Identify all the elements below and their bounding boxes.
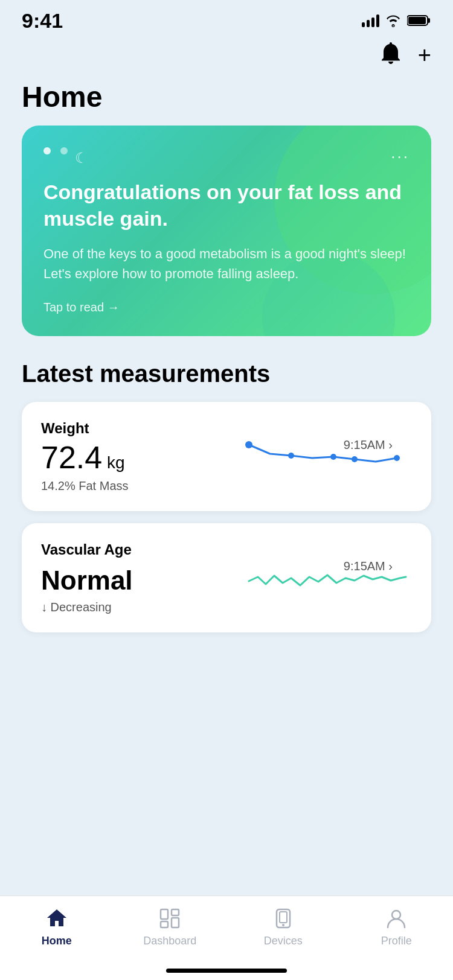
svg-point-15: [392, 911, 400, 919]
vascular-card[interactable]: Vascular Age Normal ↓ Decreasing 9:15AM …: [22, 523, 431, 632]
svg-rect-10: [172, 909, 179, 915]
weight-chart: [243, 433, 412, 481]
nav-devices[interactable]: Devices: [226, 907, 340, 947]
status-time: 9:41: [22, 9, 63, 33]
banner-card[interactable]: ☾ ··· Congratulations on your fat loss a…: [22, 126, 431, 336]
weight-sub: 14.2% Fat Mass: [41, 479, 243, 493]
weight-label: Weight: [41, 420, 243, 437]
banner-indicators: ☾: [43, 147, 410, 167]
measurements-section-title: Latest measurements: [0, 360, 453, 402]
page-title: Home: [0, 74, 453, 126]
svg-point-3: [245, 441, 252, 448]
devices-icon: [272, 907, 295, 930]
svg-rect-1: [428, 18, 430, 23]
nav-devices-label: Devices: [264, 935, 303, 947]
weight-info: Weight 72.4 kg 14.2% Fat Mass: [41, 420, 243, 493]
svg-point-7: [394, 455, 400, 461]
svg-rect-8: [161, 909, 168, 919]
banner-cta[interactable]: Tap to read →: [43, 301, 410, 314]
nav-home-label: Home: [42, 935, 72, 947]
nav-profile[interactable]: Profile: [340, 907, 454, 947]
notification-icon[interactable]: [381, 42, 401, 68]
weight-card[interactable]: Weight 72.4 kg 14.2% Fat Mass 9:15AM ›: [22, 402, 431, 511]
nav-dashboard[interactable]: Dashboard: [114, 907, 227, 947]
svg-rect-13: [280, 912, 287, 923]
signal-icon: [362, 14, 379, 27]
dashboard-icon: [158, 907, 181, 930]
vascular-chart: [243, 554, 412, 602]
home-icon: [45, 907, 68, 930]
wifi-icon: [385, 14, 401, 27]
banner-more-icon[interactable]: ···: [391, 147, 410, 166]
nav-home[interactable]: Home: [0, 907, 114, 947]
status-icons: [362, 14, 431, 27]
header-actions: +: [0, 36, 453, 74]
bottom-nav: Home Dashboard Devices Profile: [0, 896, 453, 980]
vascular-sub: ↓ Decreasing: [41, 600, 243, 614]
svg-rect-9: [161, 921, 168, 928]
vascular-value: Normal: [41, 563, 243, 594]
svg-point-5: [330, 454, 336, 460]
svg-point-14: [282, 924, 284, 926]
profile-icon: [385, 907, 408, 930]
svg-rect-2: [408, 17, 426, 24]
svg-point-4: [288, 453, 294, 459]
measurement-cards-container: Weight 72.4 kg 14.2% Fat Mass 9:15AM ›: [0, 402, 453, 632]
vascular-info: Vascular Age Normal ↓ Decreasing: [41, 541, 243, 614]
add-icon[interactable]: +: [418, 42, 431, 68]
svg-rect-11: [172, 918, 179, 928]
banner-title: Congratulations on your fat loss and mus…: [43, 179, 410, 232]
home-indicator: [166, 969, 287, 973]
battery-icon: [407, 14, 431, 27]
banner-subtitle: One of the keys to a good metabolism is …: [43, 244, 410, 284]
nav-dashboard-label: Dashboard: [143, 935, 196, 947]
vascular-label: Vascular Age: [41, 541, 243, 558]
nav-profile-label: Profile: [381, 935, 412, 947]
weight-value: 72.4 kg: [41, 442, 243, 473]
status-bar: 9:41: [0, 0, 453, 36]
svg-point-6: [352, 456, 358, 462]
